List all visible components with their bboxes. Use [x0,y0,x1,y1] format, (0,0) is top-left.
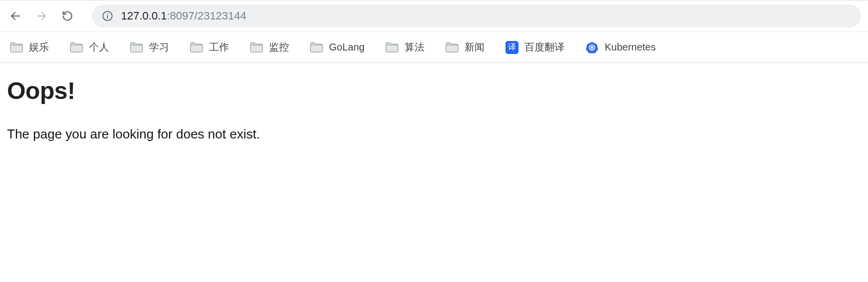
bookmark-folder-golang[interactable]: GoLang [310,42,364,53]
bookmark-label: 个人 [89,40,109,54]
reload-button[interactable] [56,4,79,28]
folder-icon [250,42,263,52]
bookmark-folder-algorithms[interactable]: 算法 [386,40,424,54]
svg-rect-6 [70,45,82,52]
bookmarks-bar: 娱乐 个人 学习 工作 监控 GoLang 算法 新闻 译 百度翻译 Kuber… [0,32,868,63]
svg-rect-10 [310,45,322,52]
page-content: Oops! The page you are looking for does … [0,63,868,156]
folder-icon [310,42,323,52]
bookmark-label: 百度翻译 [524,40,564,54]
bookmark-folder-entertainment[interactable]: 娱乐 [10,40,49,54]
svg-point-4 [107,14,108,14]
site-info-icon[interactable] [102,10,113,22]
svg-rect-12 [446,45,458,52]
bookmark-folder-study[interactable]: 学习 [130,40,169,54]
url-text: 127.0.0.1:8097/23123144 [121,10,246,22]
bookmark-label: 监控 [269,40,289,54]
browser-toolbar: 127.0.0.1:8097/23123144 [0,0,868,32]
bookmark-label: 新闻 [464,40,484,54]
bookmark-link-baidu-translate[interactable]: 译 百度翻译 [506,40,564,54]
error-message: The page you are looking for does not ex… [7,126,861,142]
folder-icon [190,42,203,52]
bookmark-label: GoLang [329,42,364,53]
url-path: :8097/23123144 [167,10,246,22]
bookmark-label: Kubernetes [604,42,656,53]
address-bar[interactable]: 127.0.0.1:8097/23123144 [92,4,861,28]
forward-button[interactable] [30,4,53,28]
folder-icon [70,42,83,52]
bookmark-folder-news[interactable]: 新闻 [446,40,484,54]
folder-icon [130,42,143,52]
error-heading: Oops! [7,77,861,104]
svg-rect-11 [386,45,398,52]
bookmark-folder-personal[interactable]: 个人 [70,40,109,54]
folder-icon [446,42,458,52]
bookmark-folder-monitoring[interactable]: 监控 [250,40,289,54]
arrow-left-icon [10,10,22,22]
back-button[interactable] [4,4,27,28]
folder-icon [386,42,398,52]
bookmark-label: 娱乐 [29,40,49,54]
bookmark-label: 工作 [209,40,229,54]
url-host: 127.0.0.1 [121,10,167,22]
folder-icon [10,42,23,52]
arrow-right-icon [36,10,48,22]
translate-favicon-icon: 译 [506,41,518,54]
svg-rect-5 [10,45,22,52]
svg-rect-8 [190,45,202,52]
svg-rect-9 [250,45,262,52]
bookmark-folder-work[interactable]: 工作 [190,40,229,54]
bookmark-label: 算法 [404,40,424,54]
bookmark-label: 学习 [149,40,169,54]
svg-rect-7 [130,45,142,52]
kubernetes-favicon-icon [586,41,598,54]
reload-icon [62,10,74,22]
bookmark-link-kubernetes[interactable]: Kubernetes [586,41,656,54]
